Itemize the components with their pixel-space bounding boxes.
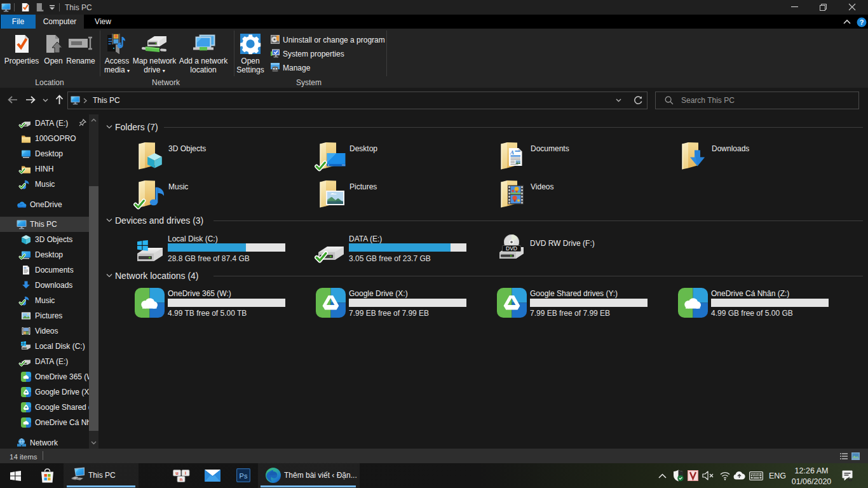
svg-text:?: ? <box>860 18 864 26</box>
svg-text:n: n <box>180 477 183 482</box>
svg-text:Ps: Ps <box>240 472 248 480</box>
svg-text:DVD: DVD <box>506 245 517 252</box>
svg-text:u: u <box>175 470 179 476</box>
svg-text:i: i <box>185 470 186 476</box>
